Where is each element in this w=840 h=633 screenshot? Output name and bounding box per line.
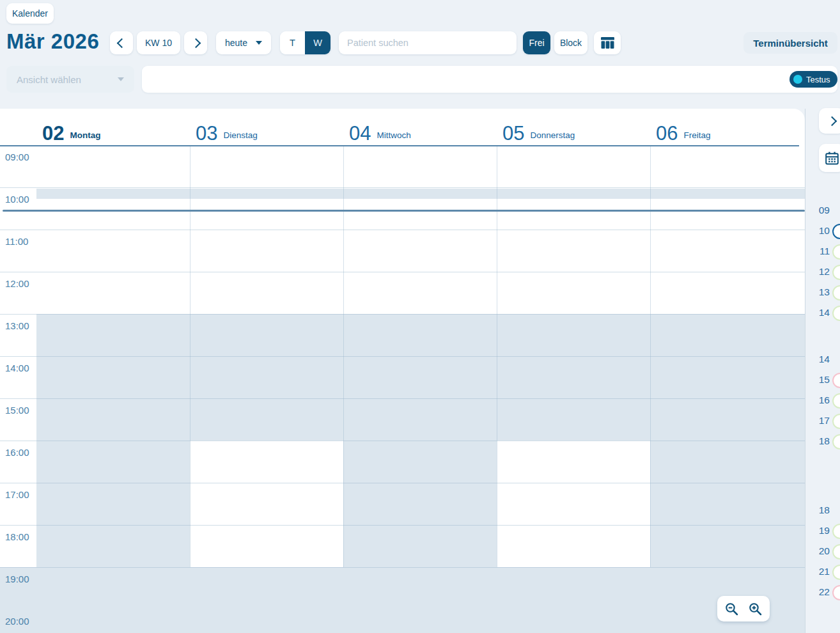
time-label: 13:00 xyxy=(5,320,29,331)
side-hour-09[interactable]: 09 xyxy=(812,205,830,216)
chevron-right-icon xyxy=(191,38,201,48)
chevron-right-icon xyxy=(827,116,837,126)
week-view-label: W xyxy=(313,38,322,48)
week-number-button[interactable]: KW 10 xyxy=(137,31,180,54)
time-label: 15:00 xyxy=(5,405,29,416)
time-label: 11:00 xyxy=(5,236,28,247)
green-availability-badge[interactable] xyxy=(832,393,840,409)
day-header-freitag[interactable]: 06Freitag xyxy=(650,114,809,144)
time-label: 20:00 xyxy=(5,616,29,627)
user-filter-chip[interactable]: Testus xyxy=(789,71,837,88)
side-hour-16[interactable]: 16 xyxy=(812,395,830,406)
time-label: 19:00 xyxy=(5,574,29,584)
green-availability-badge[interactable] xyxy=(832,244,840,260)
side-hour-12[interactable]: 12 xyxy=(812,266,830,277)
view-select-placeholder: Ansicht wählen xyxy=(17,74,81,85)
green-availability-badge[interactable] xyxy=(832,414,840,429)
tab-kalender-label: Kalender xyxy=(12,8,48,19)
zoom-controls xyxy=(717,596,770,621)
green-availability-badge[interactable] xyxy=(832,306,840,321)
green-availability-badge[interactable] xyxy=(832,524,840,539)
hour-line xyxy=(0,314,805,315)
green-availability-badge[interactable] xyxy=(832,285,840,301)
time-label: 17:00 xyxy=(5,489,29,500)
calendar-app: { "page": { "background": "#edf2f7", "ac… xyxy=(0,0,840,633)
offhours-block xyxy=(497,314,650,441)
day-name: Montag xyxy=(70,130,100,140)
side-hour-10[interactable]: 10 xyxy=(812,225,830,237)
expand-side-panel-button[interactable] xyxy=(819,108,840,134)
side-hour-14[interactable]: 14 xyxy=(812,307,830,318)
today-dropdown[interactable]: heute xyxy=(216,31,271,54)
zoom-in-button[interactable] xyxy=(748,602,763,616)
offhours-block xyxy=(343,314,497,441)
today-label: heute xyxy=(225,38,247,48)
side-hour-14[interactable]: 14 xyxy=(812,354,830,365)
offhours-block xyxy=(343,441,497,567)
day-name: Mittwoch xyxy=(377,130,410,140)
day-header-montag[interactable]: 02Montag xyxy=(36,114,196,144)
hour-line xyxy=(0,441,805,441)
offhours-block xyxy=(36,441,190,567)
chevron-left-icon xyxy=(116,38,127,48)
outline-availability-badge[interactable] xyxy=(832,224,840,239)
day-number: 06 xyxy=(656,123,678,144)
hour-line xyxy=(0,230,805,230)
page-title: Mär 2026 xyxy=(6,29,99,54)
columns-view-button[interactable] xyxy=(594,31,621,54)
day-view-label: T xyxy=(290,38,295,48)
zoom-out-button[interactable] xyxy=(724,602,739,616)
side-hour-13[interactable]: 13 xyxy=(812,286,830,298)
hour-line xyxy=(0,356,805,357)
free-slots-button[interactable]: Frei xyxy=(523,31,550,54)
caret-down-icon xyxy=(256,41,262,45)
green-availability-badge[interactable] xyxy=(832,544,840,559)
pink-availability-badge[interactable] xyxy=(832,585,840,600)
offhours-block xyxy=(0,567,805,633)
side-hour-20[interactable]: 20 xyxy=(812,545,830,557)
day-header-divider xyxy=(0,145,799,146)
highlight-band xyxy=(36,189,805,199)
hour-line xyxy=(0,525,805,526)
view-select[interactable]: Ansicht wählen xyxy=(6,66,134,93)
time-label: 09:00 xyxy=(5,152,29,162)
side-hour-18[interactable]: 18 xyxy=(812,504,830,516)
side-hour-11[interactable]: 11 xyxy=(812,246,830,257)
offhours-block xyxy=(190,314,343,441)
day-name: Freitag xyxy=(683,130,710,140)
hour-line xyxy=(0,567,805,568)
mini-calendar-button[interactable] xyxy=(819,144,840,172)
hour-line xyxy=(0,187,805,188)
day-number: 03 xyxy=(196,123,217,144)
pink-availability-badge[interactable] xyxy=(832,373,840,388)
green-availability-badge[interactable] xyxy=(832,265,840,280)
day-header-donnerstag[interactable]: 05Donnerstag xyxy=(497,114,656,144)
offhours-block xyxy=(36,314,190,441)
green-availability-badge[interactable] xyxy=(832,434,840,449)
side-hour-19[interactable]: 19 xyxy=(812,525,830,536)
hour-line xyxy=(0,398,805,399)
day-name: Dienstag xyxy=(223,130,257,140)
day-view-toggle[interactable]: T xyxy=(280,31,305,54)
side-hour-15[interactable]: 15 xyxy=(812,374,830,386)
patient-search-input[interactable] xyxy=(339,31,517,54)
calendar-icon xyxy=(825,151,839,166)
offhours-block xyxy=(650,441,805,567)
green-availability-badge[interactable] xyxy=(832,565,840,580)
filter-bar xyxy=(142,66,837,93)
day-header-dienstag[interactable]: 03Dienstag xyxy=(190,114,349,144)
day-header-mittwoch[interactable]: 04Mittwoch xyxy=(343,114,502,144)
side-hour-18[interactable]: 18 xyxy=(812,435,830,447)
appointment-overview-button[interactable]: Terminübersicht xyxy=(743,32,837,54)
current-time-indicator xyxy=(3,210,805,212)
side-hour-17[interactable]: 17 xyxy=(812,415,830,426)
time-label: 16:00 xyxy=(5,447,29,458)
side-hour-22[interactable]: 22 xyxy=(812,586,830,598)
block-button[interactable]: Block xyxy=(554,31,587,54)
offhours-block xyxy=(650,314,805,441)
week-view-toggle[interactable]: W xyxy=(305,31,331,54)
side-hour-21[interactable]: 21 xyxy=(812,566,830,577)
prev-week-button[interactable] xyxy=(110,31,133,54)
tab-kalender[interactable]: Kalender xyxy=(6,3,54,24)
next-week-button[interactable] xyxy=(184,31,207,54)
